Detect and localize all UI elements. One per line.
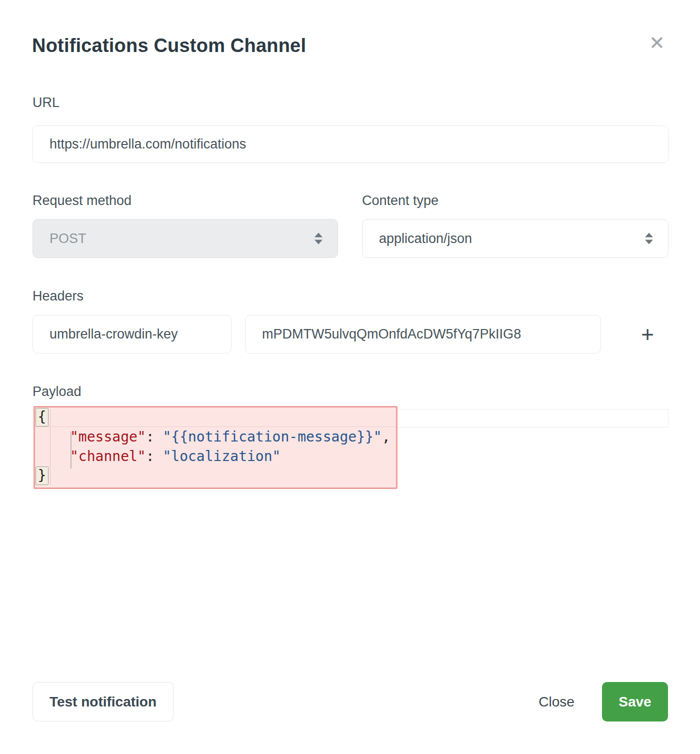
url-label: URL: [32, 95, 60, 110]
payload-label: Payload: [32, 384, 82, 400]
matching-open-brace: {: [36, 408, 48, 426]
content-type-label: Content type: [362, 193, 438, 208]
content-type-value: application/json: [379, 231, 472, 246]
code-line-4: }: [35, 466, 396, 486]
close-button[interactable]: Close: [524, 682, 589, 722]
request-method-value: POST: [50, 231, 86, 246]
test-notification-button[interactable]: Test notification: [32, 682, 174, 722]
code-line-1: {: [35, 408, 396, 427]
json-key: "message": [70, 428, 146, 445]
test-notification-label: Test notification: [50, 694, 156, 710]
json-key: "channel": [70, 448, 146, 464]
matching-close-brace: }: [36, 466, 48, 485]
save-button[interactable]: Save: [602, 682, 668, 722]
headers-label: Headers: [32, 288, 84, 304]
code-line-3: "channel": "localization": [35, 446, 396, 466]
updown-arrows-icon: [314, 233, 322, 244]
content-type-select[interactable]: application/json: [362, 219, 668, 258]
request-method-label: Request method: [32, 193, 132, 208]
payload-editor[interactable]: { "message": "{{notification-message}}",…: [32, 409, 668, 490]
updown-arrows-icon: [645, 233, 653, 244]
json-string-value: "localization": [162, 448, 280, 464]
plus-icon: +: [641, 322, 654, 347]
request-method-select[interactable]: POST: [32, 219, 338, 258]
json-comma: ,: [382, 428, 390, 445]
editor-indent-guide: [70, 432, 72, 468]
json-string-value: "{{notification-message}}": [162, 428, 382, 445]
code-line-2: "message": "{{notification-message}}",: [35, 427, 396, 446]
header-value-input[interactable]: [245, 315, 601, 354]
close-button-label: Close: [538, 694, 574, 710]
add-header-button[interactable]: +: [632, 317, 663, 352]
notifications-custom-channel-dialog: Notifications Custom Channel ✕ URL Reque…: [0, 0, 700, 754]
payload-error-highlight[interactable]: { "message": "{{notification-message}}",…: [34, 406, 398, 489]
url-input[interactable]: [32, 126, 668, 163]
dialog-title: Notifications Custom Channel: [32, 35, 306, 56]
json-colon: :: [146, 448, 163, 464]
save-button-label: Save: [618, 694, 651, 710]
close-icon[interactable]: ✕: [645, 31, 669, 55]
json-colon: :: [146, 428, 163, 445]
editor-gutter-divider: [50, 410, 50, 486]
header-key-input[interactable]: [32, 315, 232, 354]
